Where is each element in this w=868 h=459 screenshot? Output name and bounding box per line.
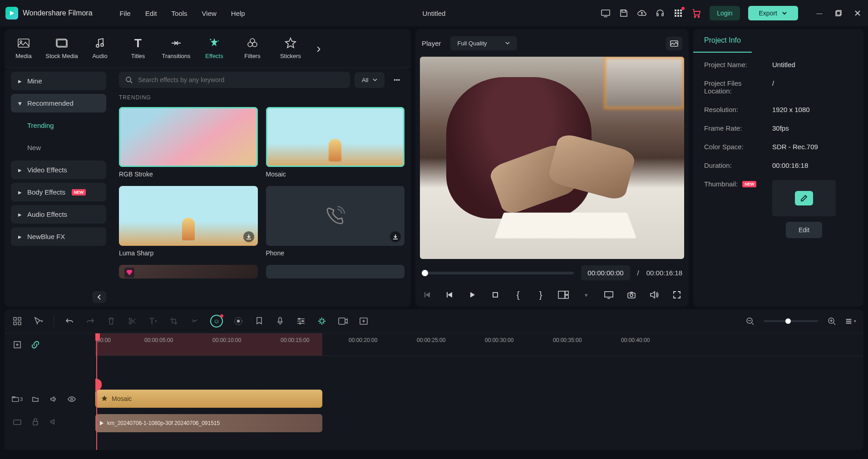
edit-thumbnail-button[interactable]: Edit (786, 222, 822, 238)
effect-card[interactable]: Phone (266, 186, 405, 257)
zoom-out-button[interactable] (745, 316, 755, 327)
menu-file[interactable]: File (120, 10, 131, 17)
cart-icon[interactable] (691, 8, 701, 18)
quality-dropdown[interactable]: Full Quality (450, 36, 517, 50)
playhead[interactable] (96, 333, 97, 450)
visibility-button[interactable] (66, 394, 77, 405)
play-button[interactable] (467, 289, 478, 300)
tab-stickers[interactable]: Stickers (271, 33, 310, 64)
color-button[interactable] (233, 316, 244, 327)
project-info-tab[interactable]: Project Info (693, 29, 752, 53)
sidebar-sub-trending[interactable]: Trending (11, 116, 106, 135)
track-icon[interactable]: 3 (12, 394, 23, 405)
sidebar-item-audio-effects[interactable]: ▸Audio Effects (11, 205, 106, 224)
display-icon[interactable] (603, 289, 614, 300)
selection-tool[interactable] (12, 316, 23, 327)
tab-media[interactable]: Media (5, 33, 43, 64)
tab-stock-media[interactable]: Stock Media (43, 33, 81, 64)
search-input[interactable] (138, 76, 344, 83)
mosaic-overlay[interactable] (604, 57, 684, 109)
menu-tools[interactable]: Tools (172, 10, 187, 17)
menu-view[interactable]: View (202, 10, 217, 17)
volume-icon[interactable] (649, 289, 660, 300)
mic-button[interactable] (275, 316, 286, 327)
snapshot-button[interactable] (666, 37, 682, 50)
record-button[interactable] (337, 316, 348, 327)
effect-card[interactable] (266, 265, 405, 278)
apps-icon[interactable] (673, 8, 683, 18)
menu-edit[interactable]: Edit (145, 10, 157, 17)
fullscreen-icon[interactable] (671, 289, 682, 300)
presentation-icon[interactable] (601, 8, 611, 18)
save-icon[interactable] (619, 8, 629, 18)
mark-in-button[interactable]: { (513, 289, 523, 300)
marker-button[interactable] (254, 316, 265, 327)
more-button[interactable]: ••• (389, 72, 404, 88)
media-icon (16, 37, 31, 49)
heart-icon (126, 269, 133, 276)
timeline-tracks[interactable]: 00:00 00:00:05:00 00:00:10:00 00:00:15:0… (95, 333, 863, 450)
clip-mosaic[interactable]: Mosaic (95, 390, 322, 408)
mute-button[interactable] (48, 416, 59, 427)
view-mode-button[interactable]: ▾ (845, 316, 856, 327)
sidebar-item-recommended[interactable]: ▾Recommended (11, 94, 106, 112)
sidebar-item-body-effects[interactable]: ▸Body EffectsNEW (11, 183, 106, 201)
sidebar-collapse-button[interactable] (93, 291, 106, 303)
tab-transitions[interactable]: Transitions (157, 33, 195, 64)
add-media-button[interactable] (358, 316, 369, 327)
pointer-tool[interactable]: ▾ (33, 316, 44, 327)
effect-card[interactable]: Luma Sharp (119, 186, 258, 257)
chevron-down-icon[interactable]: ▾ (581, 289, 592, 300)
layout-dropdown[interactable] (558, 289, 569, 300)
zoom-slider[interactable] (764, 320, 818, 322)
svg-rect-30 (493, 293, 498, 297)
search-box[interactable] (119, 72, 350, 88)
close-button[interactable] (853, 8, 863, 18)
thumbnail-preview[interactable] (772, 180, 836, 216)
effect-thumb (266, 265, 405, 278)
link-button[interactable] (30, 339, 41, 350)
step-back-button[interactable] (444, 289, 455, 300)
camera-icon[interactable] (626, 289, 637, 300)
tab-audio[interactable]: Audio (81, 33, 119, 64)
prev-frame-button[interactable] (422, 289, 433, 300)
filter-dropdown[interactable]: All (355, 72, 385, 88)
render-button[interactable] (316, 316, 327, 327)
sidebar-item-video-effects[interactable]: ▸Video Effects (11, 161, 106, 179)
effect-card[interactable] (119, 265, 258, 278)
effect-thumb (266, 186, 405, 246)
menu-help[interactable]: Help (231, 10, 245, 17)
seek-slider[interactable] (422, 272, 574, 274)
lock-button[interactable] (30, 416, 41, 427)
svg-rect-59 (14, 397, 15, 398)
effect-card[interactable]: Mosaic (266, 107, 405, 178)
mixer-button[interactable] (296, 316, 306, 327)
track-icon[interactable] (12, 416, 23, 427)
undo-button[interactable] (64, 316, 75, 327)
current-time[interactable]: 00:00:00:00 (581, 265, 630, 280)
mark-out-button[interactable]: } (535, 289, 546, 300)
tab-filters[interactable]: Filters (233, 33, 271, 64)
folder-icon[interactable] (30, 394, 41, 405)
sidebar-sub-new[interactable]: New (11, 138, 106, 157)
sidebar-item-newblue[interactable]: ▸NewBlue FX (11, 227, 106, 246)
clip-video[interactable]: km_20240706-1-1080p-30f 20240706_091515 (95, 414, 322, 432)
video-preview[interactable] (420, 57, 684, 259)
headset-icon[interactable] (655, 8, 665, 18)
stop-button[interactable] (490, 289, 501, 300)
sidebar-item-mine[interactable]: ▸Mine (11, 72, 106, 90)
tab-titles[interactable]: TTitles (119, 33, 157, 64)
add-track-button[interactable] (12, 339, 23, 350)
tabs-more[interactable]: › (310, 38, 328, 59)
tab-effects[interactable]: Effects (195, 33, 233, 64)
maximize-button[interactable] (833, 8, 843, 18)
export-button[interactable]: Export (748, 6, 798, 20)
mute-button[interactable] (48, 394, 59, 405)
ai-button[interactable]: ☺ (210, 315, 223, 327)
zoom-in-button[interactable] (826, 316, 837, 327)
cloud-icon[interactable] (637, 8, 647, 18)
timeline-ruler[interactable]: 00:00 00:00:05:00 00:00:10:00 00:00:15:0… (95, 333, 863, 356)
minimize-button[interactable]: — (814, 8, 824, 18)
effect-card[interactable]: RGB Stroke (119, 107, 258, 178)
login-button[interactable]: Login (710, 6, 740, 20)
